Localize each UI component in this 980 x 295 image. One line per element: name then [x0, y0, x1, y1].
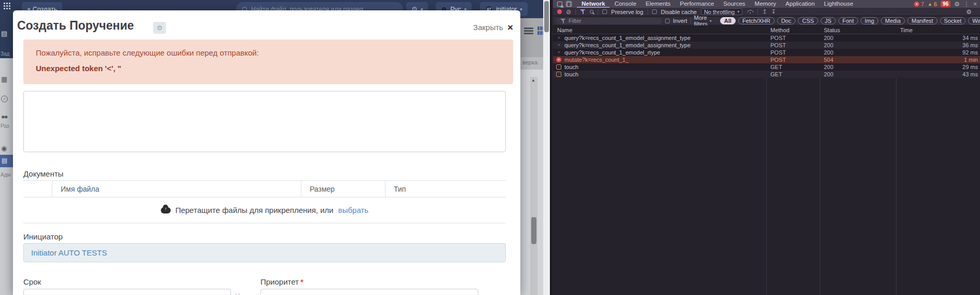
disable-cache-label: Disable cache: [661, 9, 697, 15]
error-alert: Пожалуйста, исправьте следующие ошибки п…: [23, 39, 513, 84]
users-icon[interactable]: ●●: [1, 113, 11, 120]
request-method: POST: [770, 49, 786, 56]
filter-chip-js[interactable]: JS: [821, 17, 836, 24]
apps-grid-icon[interactable]: [4, 3, 10, 9]
devtools-tab-network[interactable]: Network: [577, 0, 610, 8]
devtools-tab-elements[interactable]: Elements: [641, 0, 675, 8]
eye-icon[interactable]: ◉: [1, 144, 11, 152]
filter-chip-media[interactable]: Media: [881, 17, 905, 24]
check-circle-icon[interactable]: ✓: [1, 94, 11, 102]
request-time: 92 ms: [962, 49, 978, 56]
request-time: 34 ms: [962, 34, 978, 42]
network-filter-input[interactable]: [569, 18, 658, 24]
network-request-row[interactable]: ‹›query?k=recs_count_1_emodel_assignment…: [553, 34, 980, 42]
devtools-tab-console[interactable]: Console: [610, 0, 641, 8]
choose-file-link[interactable]: выбрать: [338, 206, 368, 214]
error-message: Пожалуйста, исправьте следующие ошибки п…: [36, 48, 501, 57]
documents-col-type: Тип: [385, 181, 506, 197]
network-request-row[interactable]: ×mutate?k=recs_count_1_POST5041 min: [553, 56, 980, 63]
sidebar-item-label[interactable]: Адм: [1, 172, 13, 178]
scroll-up-icon[interactable]: ▲: [531, 78, 535, 83]
devtools-close-icon[interactable]: ×: [973, 1, 977, 7]
devtools-tab-performance[interactable]: Performance: [675, 0, 719, 8]
devtools-tab-sources[interactable]: Sources: [719, 0, 750, 8]
filter-chip-socket[interactable]: Socket: [940, 17, 966, 24]
filter-chip-img[interactable]: Img: [861, 17, 878, 24]
request-name: query?k=recs_count_1_emodel_rtype: [564, 49, 660, 56]
document-icon[interactable]: ▤: [1, 30, 11, 37]
list-view-icon[interactable]: [524, 28, 533, 34]
documents-col-size: Размер: [301, 181, 385, 197]
filter-chip-all[interactable]: All: [720, 17, 736, 24]
close-icon: ×: [507, 23, 513, 31]
invert-filter-checkbox[interactable]: [665, 19, 670, 23]
description-textarea[interactable]: [23, 91, 506, 152]
browser-window: + Создать ⚙ ▾ Рус ▾ AT initiator ▾: [0, 0, 550, 295]
request-name: query?k=recs_count_1_emodel_assignment_t…: [564, 42, 691, 49]
filter-chip-doc[interactable]: Doc: [777, 17, 796, 24]
preserve-log-checkbox[interactable]: [602, 9, 607, 14]
network-request-row[interactable]: ··touchGET20043 ms: [553, 71, 980, 78]
scrollbar-thumb[interactable]: [531, 217, 536, 244]
warning-icon: ▲: [928, 2, 932, 7]
briefcase-icon[interactable]: ▦: [1, 75, 11, 83]
col-status[interactable]: Status: [824, 27, 840, 33]
sidebar-strip: ▤ Зад ▦ ✓ ●● Раз ◉ ▤ Адм: [0, 18, 13, 295]
devtools-tab-memory[interactable]: Memory: [750, 0, 781, 8]
export-har-icon[interactable]: ↧: [771, 8, 776, 15]
sidebar-item-label[interactable]: Зад: [1, 51, 13, 57]
request-status: 504: [824, 56, 833, 63]
filter-chip-css[interactable]: CSS: [798, 17, 818, 24]
close-button[interactable]: Закрыть ×: [473, 23, 513, 32]
page-scrollbar[interactable]: ▲: [530, 77, 537, 295]
disable-cache-checkbox[interactable]: [652, 9, 657, 14]
devtools-settings-icon[interactable]: ⚙: [954, 1, 960, 7]
filter-icon: [560, 18, 566, 24]
filter-chip-wasm[interactable]: Wasm: [968, 17, 980, 24]
documents-col-filename: Имя файла: [52, 181, 301, 197]
request-method: POST: [770, 42, 786, 49]
inspect-element-icon[interactable]: [557, 2, 562, 7]
scrollbar-thumb[interactable]: [544, 1, 549, 32]
console-errors-badge[interactable]: × 7: [914, 1, 924, 7]
device-toolbar-icon[interactable]: [566, 1, 572, 7]
network-request-list: ‹›query?k=recs_count_1_emodel_assignment…: [553, 34, 980, 78]
request-status: 200: [824, 42, 833, 49]
devtools-tabbar-right: × 7 ▲ 6 96 ⚙ ⋮ ×: [914, 1, 980, 7]
import-har-icon[interactable]: ↥: [762, 8, 767, 15]
modal-settings-button[interactable]: ⚙: [153, 22, 166, 34]
kebab-menu-icon[interactable]: ⋮: [963, 1, 970, 7]
filter-toggle-icon[interactable]: [580, 9, 586, 15]
documents-section-label: Документы: [23, 169, 63, 178]
initiator-field[interactable]: [23, 243, 506, 262]
file-dropzone[interactable]: ↑ Перетащите файлы для прикрепления, или…: [23, 197, 506, 223]
network-table-header: Name Method Status Time: [553, 25, 980, 34]
screenshot-root: + Создать ⚙ ▾ Рус ▾ AT initiator ▾: [0, 0, 980, 295]
filter-chip-manifest[interactable]: Manifest: [907, 17, 937, 24]
clipboard-icon: ▤: [2, 157, 7, 164]
col-name[interactable]: Name: [557, 27, 572, 33]
chevron-down-icon: ▾: [737, 9, 739, 14]
window-scrollbar[interactable]: [543, 0, 550, 295]
col-method[interactable]: Method: [770, 27, 790, 33]
search-network-icon[interactable]: [590, 10, 593, 14]
deadline-field[interactable]: [23, 289, 231, 295]
filter-chip-fetch-xhr[interactable]: Fetch/XHR: [738, 17, 775, 24]
network-settings-icon[interactable]: ⚙: [966, 9, 976, 15]
devtools-tab-application[interactable]: Application: [781, 0, 819, 8]
clear-network-log-icon[interactable]: ⊘: [566, 9, 571, 15]
sidebar-item-selected[interactable]: ▤: [0, 155, 13, 167]
col-time[interactable]: Time: [900, 27, 913, 33]
xhr-request-icon: ‹›: [556, 50, 561, 55]
record-network-log-button[interactable]: [557, 9, 562, 14]
network-request-row[interactable]: ‹›query?k=recs_count_1_emodel_rtypePOST2…: [553, 49, 980, 56]
issues-badge[interactable]: 96: [941, 1, 950, 7]
priority-field[interactable]: [260, 289, 478, 295]
sidebar-item-label[interactable]: Раз: [1, 123, 13, 129]
console-warnings-badge[interactable]: ▲ 6: [928, 1, 937, 7]
filter-chip-font[interactable]: Font: [838, 17, 858, 24]
network-request-row[interactable]: ··touchGET20029 ms: [553, 63, 980, 71]
network-conditions-icon[interactable]: [747, 10, 753, 14]
network-request-row[interactable]: ‹›query?k=recs_count_1_emodel_assignment…: [553, 42, 980, 49]
devtools-tab-lighthouse[interactable]: Lighthouse: [819, 0, 858, 8]
